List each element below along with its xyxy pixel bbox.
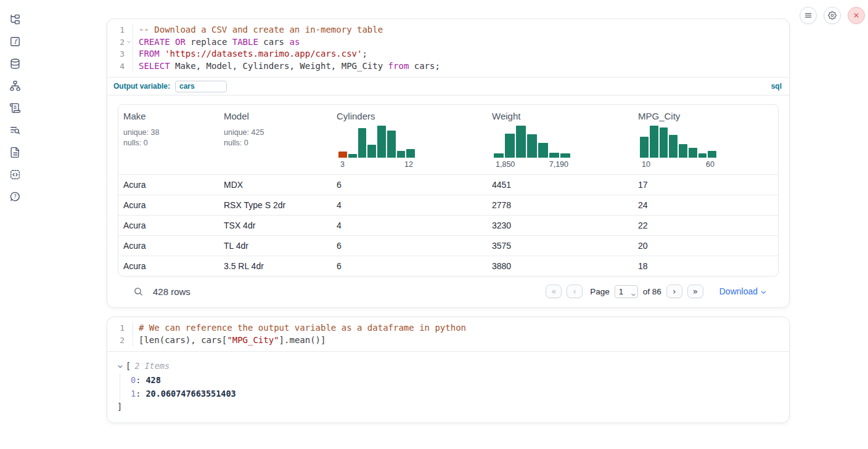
table-body: AcuraMDX6445117AcuraRSX Type S 2dr427782… — [118, 174, 778, 276]
table-cell: 18 — [633, 261, 778, 271]
svg-text:?: ? — [14, 193, 16, 200]
column-stats: unique: 425nulls: 0 — [224, 127, 327, 148]
column-histogram: 1,8507,190 — [494, 126, 570, 169]
help-icon[interactable]: ? — [9, 191, 21, 203]
table-row[interactable]: AcuraRSX Type S 2dr4277824 — [118, 195, 778, 215]
list-item: 0: 428 — [131, 373, 779, 387]
shutdown-button[interactable] — [848, 7, 865, 24]
table-cell: 3230 — [487, 220, 633, 230]
column-header: Modelunique: 425nulls: 0 — [219, 105, 332, 174]
histogram-bar — [406, 149, 415, 158]
histogram-bar — [505, 134, 515, 158]
download-button[interactable]: Download — [719, 286, 767, 296]
prev-page-button[interactable]: ‹ — [567, 285, 583, 298]
table-row[interactable]: AcuraTSX 4dr4323022 — [118, 215, 778, 235]
column-title[interactable]: Weight — [492, 111, 628, 121]
page-total: of 86 — [643, 287, 661, 296]
sql-code-editor[interactable]: 1-- Download a CSV and create an in-memo… — [107, 19, 789, 77]
first-page-button[interactable]: « — [546, 285, 562, 298]
histogram-bar — [560, 153, 570, 158]
histogram-bar — [689, 148, 697, 158]
code-line[interactable]: 2[len(cars), cars["MPG_City"].mean()] — [111, 334, 782, 347]
histogram-bar — [640, 137, 649, 158]
column-histogram: 312 — [338, 126, 415, 169]
line-number: 1 — [111, 24, 125, 36]
histogram-bar — [708, 151, 716, 158]
variables-icon[interactable]: f — [9, 36, 21, 47]
code-line[interactable]: 1# We can reference the output variable … — [111, 322, 782, 334]
code-line[interactable]: 4SELECT Make, Model, Cylinders, Weight, … — [111, 60, 782, 73]
gear-icon — [828, 11, 837, 20]
code-line[interactable]: 2CREATE OR replace TABLE cars as — [111, 36, 782, 49]
code-line[interactable]: 3FROM 'https://datasets.marimo.app/cars.… — [111, 48, 782, 60]
column-title[interactable]: Cylinders — [337, 111, 482, 121]
column-header: Makeunique: 38nulls: 0 — [118, 105, 219, 174]
documentation-icon[interactable] — [9, 147, 21, 158]
datasources-icon[interactable] — [9, 58, 21, 70]
histogram-bar — [516, 126, 526, 158]
last-page-button[interactable]: » — [687, 285, 703, 298]
table-cell: RSX Type S 2dr — [219, 200, 332, 210]
sql-cell: 1-- Download a CSV and create an in-memo… — [107, 18, 790, 308]
code-text: CREATE OR replace TABLE cars as — [133, 36, 300, 49]
table-row[interactable]: Acura3.5 RL 4dr6388018 — [118, 256, 778, 276]
scratchpad-icon[interactable] — [9, 102, 21, 114]
histogram-bar — [367, 145, 376, 158]
fold-chevron-icon[interactable] — [125, 36, 133, 49]
output-variable-input[interactable] — [175, 81, 227, 92]
collapse-chevron-icon[interactable] — [117, 363, 123, 370]
table-cell: 2778 — [487, 200, 633, 210]
table-row[interactable]: AcuraTL 4dr6357520 — [118, 235, 778, 256]
table-row[interactable]: AcuraMDX6445117 — [118, 174, 778, 195]
histogram-bar — [549, 153, 559, 158]
column-header: Cylinders312 — [332, 105, 487, 174]
histogram-bar — [660, 127, 668, 158]
line-number: 2 — [111, 36, 125, 49]
histogram-bar — [338, 152, 347, 158]
histogram-bar — [669, 135, 678, 158]
table-cell: Acura — [118, 200, 219, 210]
table-cell: 4 — [332, 220, 487, 230]
column-title[interactable]: MPG_City — [638, 111, 773, 121]
pagination: « ‹ Page 1 of 86 › » Dow — [546, 285, 767, 298]
histogram-bar — [698, 153, 707, 158]
settings-button[interactable] — [824, 7, 841, 24]
table-cell: 20 — [633, 241, 778, 251]
column-title[interactable]: Model — [224, 111, 327, 121]
python-code-editor[interactable]: 1# We can reference the output variable … — [107, 317, 789, 351]
histogram-min-label: 3 — [340, 160, 345, 169]
histogram-bar — [494, 153, 504, 158]
histogram-max-label: 60 — [706, 160, 714, 169]
close-bracket: ] — [117, 400, 779, 413]
output-variable-label: Output variable: — [113, 82, 170, 91]
row-count: 428 rows — [153, 286, 190, 297]
code-text: [len(cars), cars["MPG_City"].mean()] — [133, 334, 326, 347]
histogram-bar — [358, 128, 367, 158]
logs-icon[interactable] — [9, 124, 21, 136]
code-text: SELECT Make, Model, Cylinders, Weight, M… — [133, 60, 440, 73]
histogram-bar — [377, 126, 386, 158]
search-icon[interactable] — [133, 286, 144, 297]
histogram-bar — [397, 151, 406, 158]
list-entries: 0: 4281: 20.060747663551403 — [120, 373, 779, 400]
page-select[interactable]: 1 — [615, 285, 638, 298]
line-number: 2 — [111, 334, 125, 347]
histogram-max-label: 7,190 — [549, 160, 568, 169]
column-header: Weight1,8507,190 — [487, 105, 633, 174]
histogram-bar — [538, 143, 548, 158]
next-page-button[interactable]: › — [666, 285, 682, 298]
table-cell: TL 4dr — [219, 241, 332, 251]
histogram-bar — [679, 144, 687, 158]
code-line[interactable]: 1-- Download a CSV and create an in-memo… — [111, 24, 782, 36]
column-title[interactable]: Make — [123, 111, 214, 121]
window-controls — [800, 7, 865, 24]
file-explorer-icon[interactable] — [9, 14, 21, 25]
histogram-max-label: 12 — [404, 160, 413, 169]
dependency-graph-icon[interactable] — [9, 80, 21, 92]
histogram-min-label: 10 — [642, 160, 650, 169]
table-cell: 17 — [633, 180, 778, 190]
menu-button[interactable] — [800, 7, 817, 24]
output-variable-row: Output variable: sql — [107, 77, 789, 95]
histogram-bar — [527, 134, 537, 158]
snippets-icon[interactable] — [9, 169, 21, 180]
